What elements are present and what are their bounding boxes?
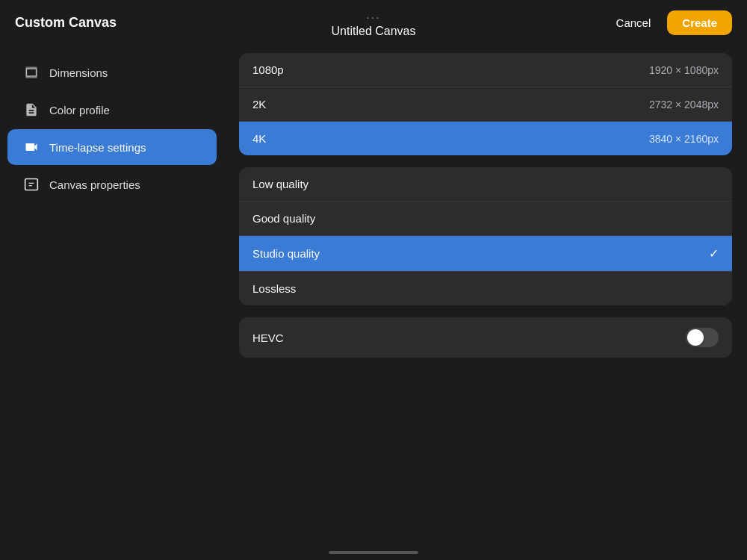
quality-label-studio: Studio quality xyxy=(252,247,320,260)
sidebar-item-label-time-lapse: Time-lapse settings xyxy=(49,141,146,154)
quality-label-good: Good quality xyxy=(252,212,315,225)
app-title: Custom Canvas xyxy=(15,15,117,31)
dimensions-icon xyxy=(22,63,40,81)
content-area: 1080p 1920 × 1080px 2K 2732 × 2048px 4K … xyxy=(224,46,747,560)
svg-rect-0 xyxy=(25,179,38,190)
main-layout: Dimensions Color profile Time-lapse sett… xyxy=(0,46,747,560)
resolution-option-2k[interactable]: 2K 2732 × 2048px xyxy=(239,87,732,122)
time-lapse-icon xyxy=(22,138,40,156)
checkmark-icon: ✓ xyxy=(709,246,719,261)
resolution-label-1080p: 1080p xyxy=(252,63,284,76)
sidebar-item-label-dimensions: Dimensions xyxy=(49,66,108,79)
resolution-options-group: 1080p 1920 × 1080px 2K 2732 × 2048px 4K … xyxy=(239,53,732,155)
header: Custom Canvas ... Untitled Canvas Cancel… xyxy=(0,0,747,46)
hevc-group: HEVC xyxy=(239,317,732,358)
hevc-label: HEVC xyxy=(252,332,284,344)
canvas-properties-icon xyxy=(22,175,40,193)
sidebar-item-label-color-profile: Color profile xyxy=(49,104,110,116)
canvas-title: Untitled Canvas xyxy=(332,25,416,38)
create-button[interactable]: Create xyxy=(667,10,732,35)
sidebar-item-dimensions[interactable]: Dimensions xyxy=(7,55,217,90)
sidebar-item-color-profile[interactable]: Color profile xyxy=(7,92,217,128)
quality-option-good[interactable]: Good quality xyxy=(239,202,732,236)
sidebar-item-label-canvas-properties: Canvas properties xyxy=(49,178,140,191)
sidebar-item-canvas-properties[interactable]: Canvas properties xyxy=(7,167,217,202)
hevc-row: HEVC xyxy=(239,317,732,358)
quality-options-group: Low quality Good quality Studio quality … xyxy=(239,167,732,305)
color-profile-icon xyxy=(22,101,40,119)
resolution-option-1080p[interactable]: 1080p 1920 × 1080px xyxy=(239,53,732,87)
header-actions: Cancel Create xyxy=(609,10,732,35)
resolution-value-1080p: 1920 × 1080px xyxy=(649,64,719,76)
quality-option-lossless[interactable]: Lossless xyxy=(239,272,732,305)
bottom-bar xyxy=(329,551,418,554)
resolution-label-2k: 2K xyxy=(252,98,266,111)
quality-option-low[interactable]: Low quality xyxy=(239,167,732,202)
quality-option-studio[interactable]: Studio quality ✓ xyxy=(239,236,732,272)
quality-label-lossless: Lossless xyxy=(252,282,296,295)
header-center: ... Untitled Canvas xyxy=(332,8,416,38)
resolution-option-4k[interactable]: 4K 3840 × 2160px xyxy=(239,122,732,155)
resolution-value-2k: 2732 × 2048px xyxy=(649,99,719,111)
quality-label-low: Low quality xyxy=(252,178,309,190)
sidebar: Dimensions Color profile Time-lapse sett… xyxy=(0,46,224,560)
resolution-label-4k: 4K xyxy=(252,132,266,145)
toggle-thumb xyxy=(687,329,704,346)
header-dots: ... xyxy=(366,8,380,22)
hevc-toggle[interactable] xyxy=(686,328,719,347)
resolution-value-4k: 3840 × 2160px xyxy=(649,133,719,145)
sidebar-item-time-lapse[interactable]: Time-lapse settings xyxy=(7,129,217,165)
cancel-button[interactable]: Cancel xyxy=(609,12,659,34)
